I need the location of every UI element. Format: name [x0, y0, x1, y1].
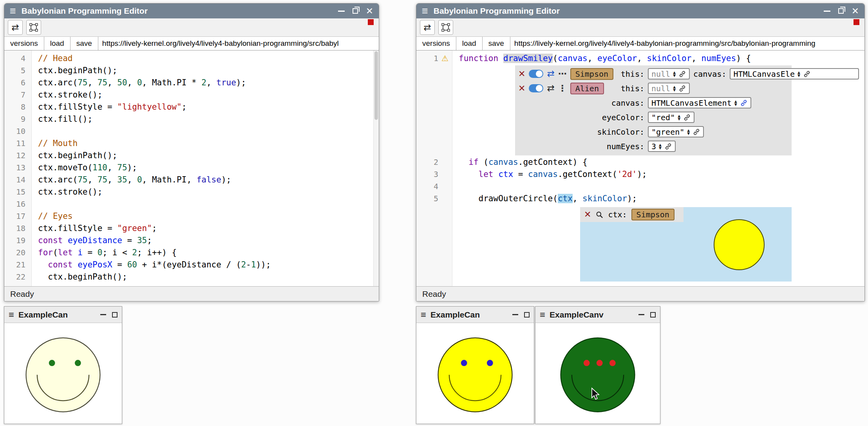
smiley-canvas[interactable]: [535, 323, 660, 424]
example-badge-alien[interactable]: Alien: [570, 83, 604, 94]
hamburger-menu-icon[interactable]: ≡: [9, 310, 14, 320]
code-line[interactable]: 19const eyeDistance = 35;: [4, 235, 379, 247]
code-text[interactable]: ctx.arc(75, 75, 50, 0, Math.PI * 2, true…: [32, 77, 246, 89]
code-text[interactable]: ctx.fillStyle = "lightyellow";: [32, 101, 186, 113]
code-line[interactable]: 7ctx.stroke();: [4, 89, 379, 101]
titlebar[interactable]: ≡ ExampleCanv: [535, 307, 660, 323]
save-button[interactable]: save: [71, 37, 98, 50]
code-text[interactable]: ctx.fillStyle = "green";: [32, 222, 157, 235]
hamburger-menu-icon[interactable]: ≡: [10, 6, 16, 16]
code-text[interactable]: ctx.moveTo(110, 75);: [32, 162, 137, 174]
line-number-gutter[interactable]: 9: [4, 113, 32, 125]
code-text[interactable]: // Mouth: [32, 137, 78, 150]
line-number-gutter[interactable]: 4: [416, 181, 452, 193]
code-text[interactable]: const eyePosX = 60 + i*(eyeDistance / (2…: [32, 259, 271, 271]
stepper-icon[interactable]: ▲▼: [687, 129, 690, 135]
close-button[interactable]: ✕: [366, 7, 373, 16]
line-number-gutter[interactable]: 19: [4, 235, 32, 247]
maximize-button[interactable]: [650, 312, 656, 318]
line-number-gutter[interactable]: 22: [4, 271, 32, 283]
line-number-gutter[interactable]: 16: [4, 198, 32, 210]
select-frame-button[interactable]: [438, 20, 453, 35]
code-line[interactable]: 4// Head: [4, 52, 379, 65]
swap-views-button[interactable]: ⇄: [420, 20, 435, 35]
magnifier-icon[interactable]: [595, 211, 604, 219]
url-field[interactable]: https://lively-kernel.org/lively4/lively…: [98, 37, 379, 50]
value-box-this[interactable]: null ▲▼: [648, 83, 690, 94]
code-line[interactable]: 9ctx.fill();: [4, 113, 379, 125]
line-number-gutter[interactable]: 15: [4, 186, 32, 198]
code-line[interactable]: 15ctx.stroke();: [4, 186, 379, 198]
select-frame-button[interactable]: [26, 20, 41, 35]
example-badge-simpson[interactable]: Simpson: [570, 68, 613, 80]
code-text[interactable]: ctx.beginPath();: [32, 271, 127, 283]
example-toggle[interactable]: [529, 70, 543, 78]
line-number-gutter[interactable]: 6: [4, 77, 32, 89]
code-line[interactable]: 10: [4, 125, 379, 137]
hamburger-menu-icon[interactable]: ≡: [421, 310, 426, 320]
code-line[interactable]: 5 drawOuterCircle(ctx, skinColor);: [416, 193, 864, 205]
smiley-canvas[interactable]: [4, 323, 122, 424]
swap-views-button[interactable]: ⇄: [8, 20, 23, 35]
stepper-icon[interactable]: ▲▼: [673, 85, 676, 92]
line-number-gutter[interactable]: 17: [4, 210, 32, 222]
link-icon[interactable]: [693, 128, 700, 136]
stepper-icon[interactable]: ▲▼: [673, 71, 676, 77]
link-icon[interactable]: [664, 143, 672, 150]
link-icon[interactable]: [678, 85, 686, 92]
value-box-this[interactable]: null ▲▼: [648, 68, 690, 79]
code-line[interactable]: 13ctx.moveTo(110, 75);: [4, 162, 379, 174]
line-number-gutter[interactable]: 13: [4, 162, 32, 174]
code-text[interactable]: // Head: [32, 52, 73, 65]
code-text[interactable]: ctx.stroke();: [32, 89, 102, 101]
versions-button[interactable]: versions: [4, 37, 44, 50]
line-number-gutter[interactable]: 4: [4, 52, 32, 65]
line-number-gutter[interactable]: 2: [416, 156, 452, 168]
delete-probe-icon[interactable]: ✕: [584, 210, 591, 219]
code-line[interactable]: 17// Eyes: [4, 210, 379, 222]
line-number-gutter[interactable]: 10: [4, 125, 32, 137]
code-line[interactable]: 2 if (canvas.getContext) {: [416, 156, 864, 168]
load-button[interactable]: load: [456, 37, 483, 50]
code-text[interactable]: let ctx = canvas.getContext('2d');: [452, 168, 647, 181]
line-number-gutter[interactable]: 1⚠: [416, 52, 452, 65]
minimize-button[interactable]: [512, 314, 518, 315]
link-icon[interactable]: [683, 114, 691, 121]
minimize-button[interactable]: [338, 11, 345, 12]
titlebar[interactable]: ≡ ExampleCan: [416, 307, 534, 323]
line-number-gutter[interactable]: 7: [4, 89, 32, 101]
code-line[interactable]: 5ctx.beginPath();: [4, 65, 379, 77]
vertical-scrollbar[interactable]: [373, 51, 379, 286]
code-editor[interactable]: 4// Head5ctx.beginPath();6ctx.arc(75, 75…: [4, 51, 379, 286]
maximize-button[interactable]: [838, 8, 844, 14]
code-text[interactable]: [32, 125, 38, 137]
save-button[interactable]: save: [483, 37, 510, 50]
line-number-gutter[interactable]: 8: [4, 101, 32, 113]
code-line[interactable]: 14ctx.arc(75, 75, 35, 0, Math.PI, false)…: [4, 174, 379, 186]
hamburger-menu-icon[interactable]: ≡: [422, 6, 428, 16]
code-text[interactable]: ctx.arc(75, 75, 35, 0, Math.PI, false);: [32, 174, 231, 186]
line-number-gutter[interactable]: 18: [4, 222, 32, 235]
code-line[interactable]: 1⚠function drawSmiley(canvas, eyeColor, …: [416, 52, 864, 65]
delete-example-icon[interactable]: ✕: [518, 70, 525, 78]
value-box[interactable]: HTMLCanvasElement▲▼: [648, 97, 751, 108]
code-line[interactable]: 21 const eyePosX = 60 + i*(eyeDistance /…: [4, 259, 379, 271]
stepper-icon[interactable]: ▲▼: [659, 143, 662, 150]
maximize-button[interactable]: [353, 8, 358, 14]
code-line[interactable]: 3 let ctx = canvas.getContext('2d');: [416, 168, 864, 181]
link-icon[interactable]: [740, 99, 748, 107]
hamburger-menu-icon[interactable]: ≡: [540, 310, 545, 320]
code-text[interactable]: ctx.fill();: [32, 113, 92, 125]
code-text[interactable]: ctx.beginPath();: [32, 65, 117, 77]
titlebar[interactable]: ≡ ExampleCan: [4, 307, 122, 323]
value-box[interactable]: 3▲▼: [648, 141, 676, 152]
link-icon[interactable]: [678, 70, 686, 78]
titlebar[interactable]: ≡ Babylonian Programming Editor ✕: [4, 4, 379, 18]
line-number-gutter[interactable]: 3: [416, 168, 452, 181]
code-text[interactable]: for(let i = 0; i < 2; i++) {: [32, 247, 177, 259]
example-badge-simpson[interactable]: Simpson: [631, 209, 675, 220]
code-text[interactable]: // Eyes: [32, 210, 73, 222]
line-number-gutter[interactable]: 5: [4, 65, 32, 77]
code-text[interactable]: if (canvas.getContext) {: [452, 156, 588, 168]
minimize-button[interactable]: [824, 11, 830, 12]
